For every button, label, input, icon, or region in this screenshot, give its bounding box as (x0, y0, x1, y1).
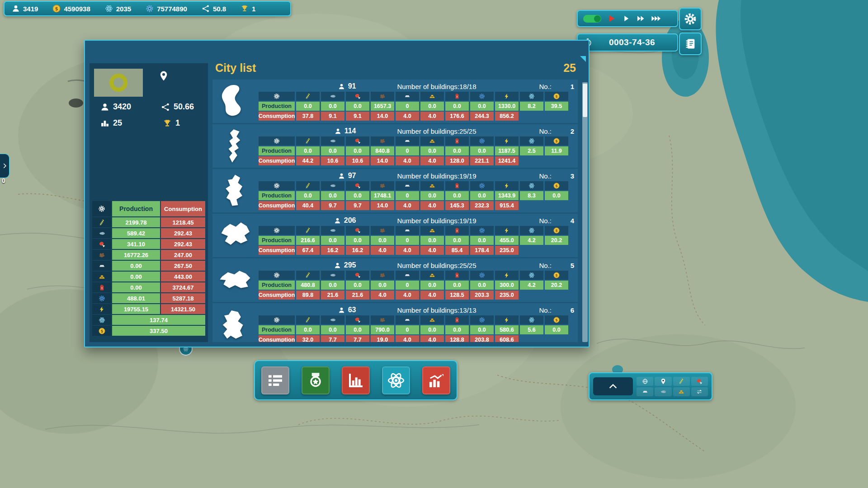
settings-gear-icon (684, 13, 697, 25)
wheat-icon (305, 272, 311, 278)
column-header (495, 92, 519, 101)
consumption-value: 247.00 (161, 250, 205, 260)
column-header: $ (545, 92, 568, 101)
resource-value: 75774890 (157, 5, 187, 13)
city-consumption-row: Consumption 44.210.610.614.04.04.0128.02… (259, 156, 574, 165)
science-icon (528, 93, 535, 99)
column-header (296, 181, 320, 190)
wheat-icon (305, 183, 311, 189)
coal-icon (379, 183, 386, 189)
consumption-value: 16.2 (346, 246, 369, 255)
column-header (396, 226, 419, 235)
meat-icon (354, 183, 361, 189)
city-number: 3 (562, 172, 574, 180)
city-row[interactable]: 63 Number of buildings:13/13 No.: 6 $ Pr… (212, 303, 578, 342)
city-number-label: No.: (539, 262, 552, 269)
minimap-toggle-pin[interactable] (655, 377, 671, 386)
minimap-toggle-fish[interactable] (655, 387, 671, 396)
play-button[interactable] (622, 14, 630, 23)
date-value: 0003-74-36 (592, 38, 672, 47)
city-list-header: City list 25 (212, 58, 582, 78)
network-icon (202, 5, 210, 13)
toolbar-achievements-button[interactable] (302, 366, 330, 394)
power-icon (504, 227, 510, 234)
resource-value: 2035 (116, 5, 131, 13)
money-icon: $ (52, 5, 61, 13)
meat-icon (354, 317, 361, 323)
meat-icon (99, 241, 105, 248)
resource-value: 3419 (23, 5, 38, 13)
production-value: 0.0 (321, 325, 344, 334)
minimap-toggle-globe[interactable] (637, 377, 653, 386)
city-number-label: No.: (539, 127, 552, 135)
machinery-icon (99, 295, 105, 302)
consumption-value: 7.7 (346, 335, 369, 342)
fast-forward-button[interactable] (636, 14, 645, 23)
consumption-value: 4.0 (371, 291, 394, 300)
settings-button[interactable] (679, 8, 702, 30)
city-consumption-row: Consumption 67.416.216.24.04.04.085.4178… (259, 246, 574, 255)
journal-button[interactable] (679, 33, 702, 55)
production-value: 8.3 (520, 191, 543, 200)
science-icon (528, 227, 535, 234)
minimap-expand-button[interactable] (593, 377, 633, 395)
scrollbar[interactable] (582, 82, 588, 342)
minimap-toggle-wheat[interactable] (673, 377, 690, 386)
city-table-icon-row: $ (259, 136, 574, 145)
column-header (495, 226, 519, 235)
minimap-toggle-meat[interactable] (691, 377, 708, 386)
production-label: Production (259, 146, 295, 155)
city-row[interactable]: 206 Number of buildings:19/19 No.: 4 $ P… (212, 214, 578, 257)
scrollbar-thumb[interactable] (583, 84, 587, 117)
consumption-value: 14.0 (371, 201, 394, 210)
fastest-forward-button[interactable] (651, 14, 661, 23)
production-value: 0.00 (112, 261, 160, 271)
iron-icon (404, 272, 410, 278)
money-icon: $ (553, 93, 560, 99)
production-value: 0.0 (420, 236, 444, 245)
city-row[interactable]: 114 Number of buildings:25/25 No.: 2 $ P… (212, 124, 578, 168)
toolbar-research-button[interactable] (382, 366, 410, 394)
column-header (371, 315, 394, 324)
city-row[interactable]: 91 Number of buildings:18/18 No.: 1 $ Pr… (212, 80, 578, 123)
country-table-header: Production Consumption (92, 201, 205, 216)
list-icon (266, 371, 284, 389)
power-icon (504, 317, 510, 323)
minimap-toggle-iron[interactable] (637, 387, 653, 396)
production-value: 0.0 (420, 191, 444, 200)
production-value: 0.0 (346, 325, 369, 334)
consumption-value: 856.2 (495, 112, 519, 121)
consumption-value: 244.3 (470, 112, 494, 121)
minimap-toggle-gold[interactable] (673, 387, 690, 396)
speed-toggle[interactable] (583, 15, 601, 23)
country-table-total-row: $ 337.50 (92, 326, 205, 336)
gear-icon (274, 317, 280, 323)
pause-state-icon[interactable] (607, 14, 616, 23)
toolbar-overview-button[interactable] (261, 366, 289, 394)
toolbar-statistics-button[interactable] (342, 366, 370, 394)
gold-icon (429, 272, 435, 278)
city-production-row: Production 480.80.00.00.000.00.00.0300.0… (259, 281, 574, 290)
production-value: 0.0 (470, 281, 494, 290)
toolbar-economy-button[interactable] (422, 366, 450, 394)
flag-emblem (109, 74, 127, 92)
city-row[interactable]: 295 Number of buildings:25/25 No.: 5 $ P… (212, 258, 578, 302)
population-icon (334, 217, 341, 224)
production-value: 488.01 (112, 293, 160, 303)
resource-value: 4590938 (64, 5, 90, 13)
production-value: 790.0 (371, 325, 394, 334)
city-row[interactable]: 97 Number of buildings:19/19 No.: 3 $ Pr… (212, 169, 578, 212)
country-network: 50.66 (174, 102, 194, 112)
side-panel-toggle[interactable] (0, 154, 9, 178)
column-header (371, 181, 394, 190)
minimap-toggle-swap[interactable] (691, 387, 708, 396)
power-icon (504, 93, 510, 99)
consumption-value: 176.6 (445, 112, 469, 121)
cities-icon (100, 119, 109, 128)
production-value: 0.0 (346, 102, 369, 111)
iron-icon (404, 183, 410, 189)
medal-icon (307, 371, 325, 389)
column-header (495, 181, 519, 190)
consumption-value: 67.4 (296, 246, 320, 255)
production-value: 0.0 (321, 281, 344, 290)
